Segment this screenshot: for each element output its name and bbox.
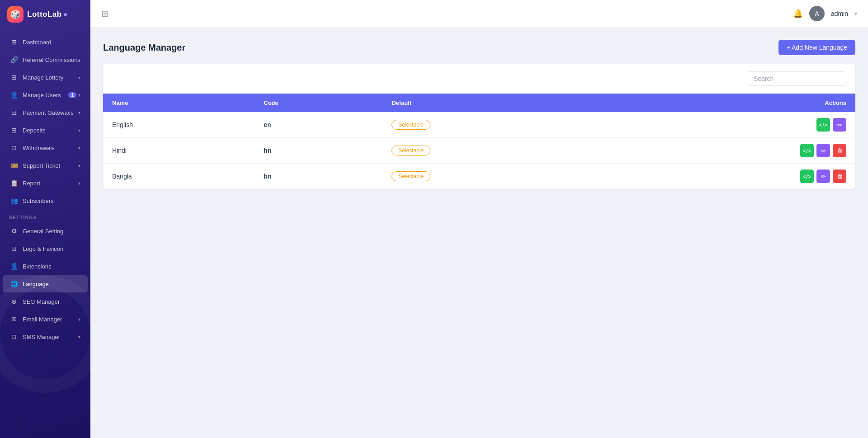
sidebar-item-withdrawals[interactable]: ⊟ Withdrawals ▾: [3, 139, 88, 156]
delete-button[interactable]: 🗑: [833, 144, 846, 157]
payment-icon: ⊟: [10, 108, 18, 117]
sidebar-logo: 🎲 LottoLab: [0, 0, 90, 29]
logo-icon: 🎲: [7, 6, 24, 23]
sidebar-item-label: Payment Gateways: [23, 109, 78, 116]
topbar-right: 🔔 A admin ▾: [793, 6, 857, 21]
deposits-icon: ⊟: [10, 126, 18, 134]
sidebar-item-label: Report: [23, 180, 78, 187]
table-row: English en Selectable </> ✏: [103, 112, 855, 138]
sidebar-item-label: Support Ticket: [23, 162, 78, 169]
sidebar-item-deposits[interactable]: ⊟ Deposits ▾: [3, 122, 88, 139]
subscribers-icon: 👥: [10, 197, 18, 205]
cell-actions: </> ✏: [605, 112, 855, 138]
table-row: Bangla bn Selectable </> ✏ 🗑: [103, 164, 855, 189]
page-body: Language Manager + Add New Language Name…: [90, 27, 868, 438]
report-icon: 📋: [10, 179, 18, 187]
sidebar-item-subscribers[interactable]: 👥 Subscribers: [3, 192, 88, 209]
users-icon: 👤: [10, 91, 18, 99]
sidebar-item-label: Withdrawals: [23, 145, 78, 151]
edit-button[interactable]: ✏: [816, 170, 830, 183]
cell-name: Bangla: [103, 164, 255, 189]
sidebar-item-dashboard[interactable]: ⊞ Dashboard: [3, 33, 88, 51]
sidebar-item-referral-commissions[interactable]: 🔗 Referral Commissions: [3, 51, 88, 68]
sidebar-item-seo-manager[interactable]: ⊕ SEO Manager: [3, 293, 88, 310]
sidebar-nav: ⊞ Dashboard 🔗 Referral Commissions ⊟ Man…: [0, 29, 90, 438]
col-actions: Actions: [605, 94, 855, 112]
admin-chevron-icon[interactable]: ▾: [854, 10, 857, 17]
actions-cell: </> ✏: [614, 118, 846, 132]
main-content: ⊞ 🔔 A admin ▾ Language Manager + Add New…: [90, 0, 868, 438]
cell-default: Selectable: [382, 112, 605, 138]
search-input[interactable]: [747, 71, 846, 86]
chevron-down-icon: ▾: [78, 317, 80, 322]
sidebar-item-report[interactable]: 📋 Report ▾: [3, 174, 88, 192]
logo-favicon-icon: ⊟: [10, 245, 18, 253]
language-table-card: Name Code Default Actions English en Sel…: [103, 64, 855, 189]
sidebar-item-label: Logo & Favicon: [23, 245, 80, 252]
col-name: Name: [103, 94, 255, 112]
sidebar-item-email-manager[interactable]: ✉ Email Manager ▾: [3, 311, 88, 328]
chevron-down-icon: ▾: [78, 75, 80, 80]
grid-icon[interactable]: ⊞: [101, 8, 109, 19]
avatar[interactable]: A: [809, 6, 825, 21]
sidebar-item-label: SEO Manager: [23, 298, 80, 305]
page-header: Language Manager + Add New Language: [103, 40, 855, 55]
chevron-down-icon: ▾: [78, 93, 80, 98]
sms-icon: ⊟: [10, 333, 18, 341]
code-button[interactable]: </>: [800, 170, 814, 183]
add-new-language-button[interactable]: + Add New Language: [778, 40, 855, 55]
settings-section-label: SETTINGS: [0, 210, 90, 222]
cell-default: Selectable: [382, 164, 605, 189]
sidebar-item-manage-lottery[interactable]: ⊟ Manage Lottery ▾: [3, 69, 88, 86]
sidebar-item-sms-manager[interactable]: ⊟ SMS Manager ▾: [3, 328, 88, 345]
chevron-down-icon: ▾: [78, 181, 80, 186]
sidebar-item-label: Language: [23, 281, 80, 287]
page-title: Language Manager: [103, 42, 185, 53]
language-icon: 🌐: [10, 280, 18, 288]
extensions-icon: 👤: [10, 262, 18, 270]
bell-icon[interactable]: 🔔: [793, 9, 803, 19]
cell-code: hn: [255, 138, 382, 164]
selectable-badge[interactable]: Selectable: [392, 120, 430, 130]
edit-button[interactable]: ✏: [833, 118, 846, 132]
language-table: Name Code Default Actions English en Sel…: [103, 94, 855, 189]
settings-icon: ⚙: [10, 227, 18, 235]
cell-actions: </> ✏ 🗑: [605, 164, 855, 189]
sidebar-item-label: Manage Lottery: [23, 74, 78, 81]
sidebar-item-language[interactable]: 🌐 Language: [3, 275, 88, 292]
sidebar-item-general-setting[interactable]: ⚙ General Setting: [3, 222, 88, 240]
chevron-down-icon: ▾: [78, 110, 80, 115]
sidebar-item-logo-favicon[interactable]: ⊟ Logo & Favicon: [3, 240, 88, 257]
chevron-down-icon: ▾: [78, 128, 80, 133]
code-button[interactable]: </>: [816, 118, 830, 132]
logo-text: LottoLab: [27, 10, 62, 19]
chevron-down-icon: ▾: [78, 334, 80, 339]
sidebar-item-label: Extensions: [23, 263, 80, 270]
cell-code: en: [255, 112, 382, 138]
sidebar-item-extensions[interactable]: 👤 Extensions: [3, 258, 88, 275]
delete-button[interactable]: 🗑: [833, 170, 846, 183]
chevron-down-icon: ▾: [78, 146, 80, 151]
link-icon: 🔗: [10, 56, 18, 64]
edit-button[interactable]: ✏: [816, 144, 830, 157]
users-badge: 1: [68, 92, 76, 98]
sidebar-item-label: Referral Commissions: [23, 57, 80, 63]
cell-actions: </> ✏ 🗑: [605, 138, 855, 164]
ticket-icon: 🎫: [10, 161, 18, 170]
logo-dot: [64, 13, 67, 16]
selectable-badge[interactable]: Selectable: [392, 146, 430, 155]
sidebar-item-manage-users[interactable]: 👤 Manage Users 1 ▾: [3, 86, 88, 104]
col-default: Default: [382, 94, 605, 112]
code-button[interactable]: </>: [800, 144, 814, 157]
sidebar-item-support-ticket[interactable]: 🎫 Support Ticket ▾: [3, 157, 88, 174]
sidebar-item-label: General Setting: [23, 228, 80, 235]
sidebar-item-label: Deposits: [23, 127, 78, 134]
cell-name: English: [103, 112, 255, 138]
cell-code: bn: [255, 164, 382, 189]
selectable-badge[interactable]: Selectable: [392, 171, 430, 181]
table-row: Hindi hn Selectable </> ✏ 🗑: [103, 138, 855, 164]
card-top: [103, 64, 855, 94]
dashboard-icon: ⊞: [10, 38, 18, 46]
sidebar-item-payment-gateways[interactable]: ⊟ Payment Gateways ▾: [3, 104, 88, 121]
sidebar-item-label: SMS Manager: [23, 334, 78, 340]
